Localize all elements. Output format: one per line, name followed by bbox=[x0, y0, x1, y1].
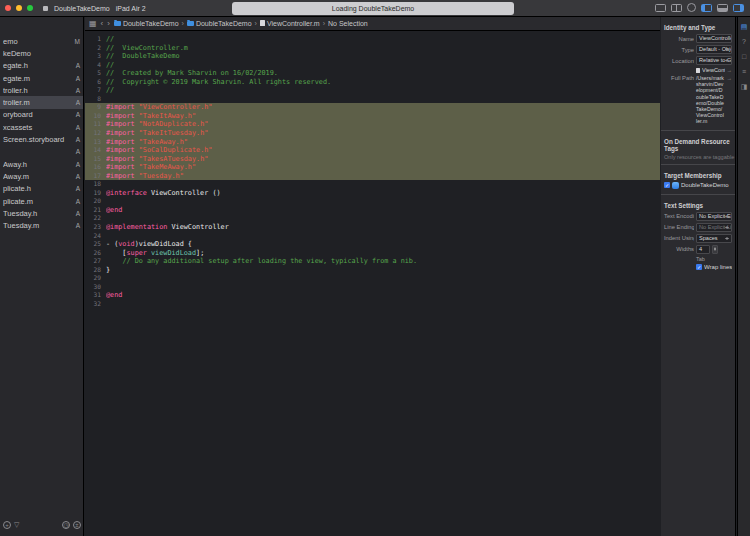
code-line[interactable]: 14#import "SoCalDuplicate.h" bbox=[85, 146, 660, 155]
navigator-file-row[interactable]: Away.hA bbox=[0, 158, 83, 170]
code-line[interactable]: 22 bbox=[85, 214, 660, 223]
zoom-button[interactable] bbox=[27, 5, 33, 11]
code-line[interactable]: 21@end bbox=[85, 206, 660, 215]
line-number[interactable]: 16 bbox=[85, 163, 106, 172]
navigator-file-row[interactable]: egate.hA bbox=[0, 60, 83, 72]
line-number[interactable]: 12 bbox=[85, 129, 106, 138]
line-number[interactable]: 32 bbox=[85, 300, 106, 309]
navigator-file-row[interactable]: keDemo bbox=[0, 47, 83, 59]
destination-selector[interactable]: iPad Air 2 bbox=[116, 5, 146, 12]
code-line[interactable]: 3// DoubleTakeDemo bbox=[85, 52, 660, 61]
breadcrumb-item[interactable]: No Selection bbox=[328, 20, 368, 27]
code-line[interactable]: 1// bbox=[85, 35, 660, 44]
line-number[interactable]: 1 bbox=[85, 35, 106, 44]
line-number[interactable]: 21 bbox=[85, 206, 106, 215]
code-line[interactable]: 28} bbox=[85, 266, 660, 275]
line-number[interactable]: 26 bbox=[85, 249, 106, 258]
related-items-icon[interactable]: ▦ bbox=[89, 19, 97, 28]
code-line[interactable]: 19@interface ViewController () bbox=[85, 189, 660, 198]
scheme-selector[interactable]: DoubleTakeDemo bbox=[54, 5, 110, 12]
line-number[interactable]: 17 bbox=[85, 172, 106, 181]
line-number[interactable]: 6 bbox=[85, 78, 106, 87]
line-number[interactable]: 31 bbox=[85, 291, 106, 300]
editor-version-icon[interactable] bbox=[687, 3, 696, 12]
code-line[interactable]: 32 bbox=[85, 300, 660, 309]
line-number[interactable]: 15 bbox=[85, 155, 106, 164]
code-line[interactable]: 15#import "TakesATuesday.h" bbox=[85, 155, 660, 164]
line-number[interactable]: 10 bbox=[85, 112, 106, 121]
type-dropdown[interactable]: Default - Objective-C Source bbox=[696, 45, 732, 54]
line-number[interactable]: 19 bbox=[85, 189, 106, 198]
code-line[interactable]: 25- (void)viewDidLoad { bbox=[85, 240, 660, 249]
stop-button[interactable] bbox=[43, 6, 48, 11]
line-number[interactable]: 9 bbox=[85, 103, 106, 112]
line-number[interactable]: 27 bbox=[85, 257, 106, 266]
line-number[interactable]: 3 bbox=[85, 52, 106, 61]
code-line[interactable]: 5// Created by Mark Sharvin on 16/02/201… bbox=[85, 69, 660, 78]
size-inspector-icon[interactable]: ◨ bbox=[741, 83, 748, 91]
line-number[interactable]: 29 bbox=[85, 274, 106, 283]
source-editor[interactable]: 1//2// ViewController.m3// DoubleTakeDem… bbox=[85, 31, 660, 536]
code-line[interactable]: 17#import "Tuesday.h" bbox=[85, 172, 660, 181]
code-line[interactable]: 13#import "TakeAway.h" bbox=[85, 138, 660, 147]
code-line[interactable]: 30 bbox=[85, 283, 660, 292]
line-number[interactable]: 18 bbox=[85, 180, 106, 189]
navigator-file-row[interactable]: oryboardA bbox=[0, 109, 83, 121]
text-encoding-dropdown[interactable]: No Explicit Encoding bbox=[696, 212, 732, 221]
line-number[interactable]: 8 bbox=[85, 95, 106, 104]
identity-inspector-icon[interactable]: □ bbox=[742, 53, 746, 61]
navigator-file-row[interactable]: Tuesday.mA bbox=[0, 219, 83, 231]
code-line[interactable]: 6// Copyright © 2019 Mark Sharvin. All r… bbox=[85, 78, 660, 87]
code-line[interactable]: 29 bbox=[85, 274, 660, 283]
line-number[interactable]: 24 bbox=[85, 232, 106, 241]
line-number[interactable]: 13 bbox=[85, 138, 106, 147]
line-number[interactable]: 7 bbox=[85, 86, 106, 95]
code-line[interactable]: 2// ViewController.m bbox=[85, 44, 660, 53]
editor-assistant-icon[interactable] bbox=[671, 4, 682, 12]
code-line[interactable]: 4// bbox=[85, 61, 660, 70]
navigator-file-row[interactable]: egate.mA bbox=[0, 72, 83, 84]
code-line[interactable]: 9#import "ViewController.h" bbox=[85, 103, 660, 112]
back-icon[interactable]: ‹ bbox=[101, 19, 104, 28]
breadcrumb-item[interactable]: DoubleTakeDemo bbox=[114, 20, 179, 27]
location-dropdown[interactable]: Relative to Group bbox=[696, 56, 732, 65]
line-number[interactable]: 14 bbox=[85, 146, 106, 155]
toggle-debug-area-icon[interactable] bbox=[717, 4, 728, 12]
navigator-file-row[interactable]: Screen.storyboardA bbox=[0, 133, 83, 145]
navigator-file-row[interactable]: troller.hA bbox=[0, 84, 83, 96]
navigator-file-row[interactable]: xcassetsA bbox=[0, 121, 83, 133]
editor-standard-icon[interactable] bbox=[655, 4, 666, 12]
navigator-file-row[interactable]: troller.mA bbox=[0, 96, 83, 108]
add-item-icon[interactable]: + bbox=[3, 521, 11, 529]
name-field[interactable]: ViewController.m bbox=[696, 34, 732, 43]
navigator-file-row[interactable]: Tuesday.hA bbox=[0, 207, 83, 219]
toggle-navigator-icon[interactable] bbox=[701, 4, 712, 12]
code-line[interactable]: 7// bbox=[85, 86, 660, 95]
reveal-path-icon[interactable]: → bbox=[727, 75, 733, 81]
code-line[interactable]: 12#import "TakeItTuesday.h" bbox=[85, 129, 660, 138]
code-line[interactable]: 18 bbox=[85, 180, 660, 189]
code-line[interactable]: 27 // Do any additional setup after load… bbox=[85, 257, 660, 266]
navigator-file-row[interactable]: plicate.hA bbox=[0, 183, 83, 195]
code-line[interactable]: 10#import "TakeItAway.h" bbox=[85, 112, 660, 121]
code-line[interactable]: 8 bbox=[85, 95, 660, 104]
line-number[interactable]: 23 bbox=[85, 223, 106, 232]
navigator-file-row[interactable]: A bbox=[0, 146, 83, 158]
recent-files-icon[interactable]: ◷ bbox=[62, 521, 70, 529]
attributes-inspector-icon[interactable]: ≡ bbox=[742, 68, 746, 76]
indent-using-dropdown[interactable]: Spaces bbox=[696, 234, 732, 243]
reveal-in-finder-icon[interactable]: → bbox=[727, 67, 733, 73]
close-button[interactable] bbox=[5, 5, 11, 11]
wrap-lines-checkbox[interactable]: ✓ bbox=[696, 264, 702, 270]
code-line[interactable]: 20 bbox=[85, 197, 660, 206]
toggle-inspector-icon[interactable] bbox=[733, 4, 744, 12]
line-number[interactable]: 11 bbox=[85, 120, 106, 129]
code-line[interactable]: 11#import "NotADuplicate.h" bbox=[85, 120, 660, 129]
code-line[interactable]: 16#import "TakeMeAway.h" bbox=[85, 163, 660, 172]
line-number[interactable]: 28 bbox=[85, 266, 106, 275]
tab-width-stepper[interactable] bbox=[712, 245, 718, 254]
minimize-button[interactable] bbox=[16, 5, 22, 11]
line-number[interactable]: 30 bbox=[85, 283, 106, 292]
breadcrumb-item[interactable]: ViewController.m bbox=[260, 20, 320, 27]
code-line[interactable]: 23@implementation ViewController bbox=[85, 223, 660, 232]
